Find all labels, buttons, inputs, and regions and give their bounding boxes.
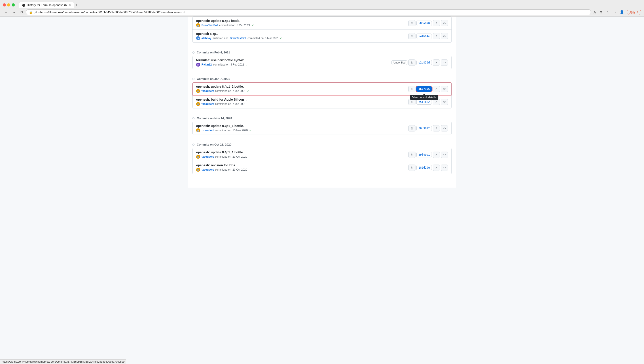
commit-author-link[interactable]: Rylan12 bbox=[202, 63, 212, 66]
commit-sha-link[interactable]: 30c3822 bbox=[416, 126, 432, 131]
view-code-button[interactable]: <> bbox=[441, 86, 448, 92]
commit-meta: 🤖 fxcoudert committed on 23 Oct 2020 bbox=[196, 155, 406, 159]
timeline-dot bbox=[192, 117, 194, 120]
view-code-button[interactable]: <> bbox=[441, 60, 448, 66]
refresh-button[interactable]: ↻ bbox=[19, 10, 24, 15]
copy-sha-button[interactable]: ⎘ bbox=[408, 152, 416, 158]
browse-repo-button[interactable]: ↗ bbox=[433, 164, 440, 171]
commit-committed-label: committed on bbox=[215, 129, 231, 132]
copy-sha-button[interactable]: ⎘ bbox=[408, 33, 416, 39]
update-button[interactable]: 更新 ！ bbox=[627, 10, 641, 15]
commit-actions: ⎘ 186d2de ↗ <> bbox=[408, 164, 448, 171]
commit-sha-link[interactable]: 3677355 bbox=[416, 86, 432, 92]
browse-repo-button[interactable]: ↗ bbox=[433, 60, 440, 66]
commit-author-link[interactable]: fxcoudert bbox=[202, 129, 214, 132]
commits-box-oct-2020: openssh: update 8.4p1_1 bottle. 🤖 fxcoud… bbox=[192, 148, 452, 174]
view-code-button[interactable]: <> bbox=[441, 33, 448, 39]
commit-date: 15 Nov 2020 bbox=[232, 129, 248, 132]
view-code-button[interactable]: <> bbox=[441, 125, 448, 132]
commit-sha-link[interactable]: 541b64e bbox=[416, 34, 432, 39]
browse-repo-button[interactable]: ↗ bbox=[433, 86, 440, 92]
back-button[interactable]: ← bbox=[3, 10, 9, 15]
commit-group-oct-2020: Commits on Oct 23, 2020 openssh: update … bbox=[192, 139, 452, 174]
commit-sha-link[interactable]: f511b82 bbox=[416, 99, 432, 105]
commit-sha-link[interactable]: 39f40a1 bbox=[416, 152, 432, 158]
commit-sha-link[interactable]: e2c833d bbox=[416, 60, 432, 65]
group-header-oct-2020: Commits on Oct 23, 2020 bbox=[192, 139, 452, 148]
table-row: openssh: revision for ldns 🤖 fxcoudert c… bbox=[192, 161, 452, 174]
table-row: openssh: build for Apple Silicon … 🤖 fxc… bbox=[192, 96, 452, 108]
tab-close-button[interactable]: ✕ bbox=[69, 4, 71, 6]
forward-button[interactable]: → bbox=[11, 10, 17, 15]
commit-title: openssh: update 8.5p1 bottle. bbox=[196, 19, 406, 22]
view-code-button[interactable]: <> bbox=[441, 152, 448, 158]
commit-actions: ⎘ 30c3822 ↗ <> bbox=[408, 125, 448, 132]
new-tab-button[interactable]: + bbox=[75, 3, 78, 8]
commit-date: 4 Feb 2021 bbox=[230, 63, 244, 66]
commit-author-link[interactable]: fxcoudert bbox=[202, 155, 214, 158]
commit-title-link[interactable]: openssh: build for Apple Silicon bbox=[196, 98, 244, 101]
view-code-button[interactable]: <> bbox=[441, 20, 448, 26]
close-window-button[interactable] bbox=[3, 3, 6, 6]
commit-committed-label: committed on bbox=[213, 63, 229, 66]
copy-sha-button[interactable]: ⎘ bbox=[408, 86, 416, 92]
commit-title-link[interactable]: openssh: update 8.4p1_1 bottle. bbox=[196, 150, 244, 154]
copy-sha-button[interactable]: ⎘ bbox=[408, 20, 416, 26]
commit-sha-link[interactable]: 586a870 bbox=[416, 20, 432, 26]
active-tab[interactable]: ⬤ History for Formula/openssh.rb ✕ bbox=[19, 2, 74, 8]
maximize-window-button[interactable] bbox=[12, 3, 15, 6]
view-code-button[interactable]: <> bbox=[441, 164, 448, 171]
copy-sha-button[interactable]: ⎘ bbox=[408, 125, 416, 132]
profile-button[interactable]: 👤 bbox=[619, 10, 625, 15]
group-header-jan-2021: Commits on Jan 7, 2021 bbox=[192, 74, 452, 82]
sidebar-button[interactable]: ▭ bbox=[612, 10, 617, 15]
commit-date: 7 Jan 2021 bbox=[232, 102, 246, 106]
copy-sha-button[interactable]: ⎘ bbox=[408, 60, 416, 66]
tooltip-container: 3677355 View commit details bbox=[416, 86, 432, 92]
nav-bar: ← → ↻ 🔒 github.com/Homebrew/homebrew-cor… bbox=[0, 8, 644, 16]
commit-title-link[interactable]: openssh: revision for ldns bbox=[196, 164, 235, 167]
translate-button[interactable]: A̧ bbox=[592, 10, 597, 15]
browse-repo-button[interactable]: ↗ bbox=[433, 125, 440, 132]
commit-sha-link[interactable]: 186d2de bbox=[416, 165, 432, 170]
address-bar[interactable]: 🔒 github.com/Homebrew/homebrew-core/comm… bbox=[26, 10, 591, 15]
commit-title-link[interactable]: formulae: use new bottle syntax bbox=[196, 58, 244, 62]
commit-title-link[interactable]: openssh: update 8.4p1_1 bottle. bbox=[196, 124, 244, 128]
commit-meta: 🤖 BrewTestBot committed on 3 Mar 2021 ✓ bbox=[196, 23, 406, 27]
copy-sha-button[interactable]: ⎘ bbox=[408, 99, 416, 105]
browse-repo-button[interactable]: ↗ bbox=[433, 20, 440, 26]
commit-info: openssh: update 8.4p1_1 bottle. 🤖 fxcoud… bbox=[196, 124, 406, 132]
commit-group-nov-2020: Commits on Nov 14, 2020 openssh: update … bbox=[192, 113, 452, 135]
verified-check-icon: ✓ bbox=[280, 37, 282, 40]
commit-title-link[interactable]: openssh: update 8.4p1_2 bottle. bbox=[196, 85, 244, 88]
copy-sha-button[interactable]: ⎘ bbox=[408, 164, 416, 171]
timeline-dot bbox=[192, 52, 194, 54]
commit-author-link[interactable]: fxcoudert bbox=[202, 168, 214, 171]
commit-title: openssh: update 8.4p1_1 bottle. bbox=[196, 124, 406, 128]
browse-repo-button[interactable]: ↗ bbox=[433, 152, 440, 158]
commit-author-link[interactable]: BrewTestBot bbox=[202, 24, 218, 27]
commit-info: openssh: update 8.5p1 bottle. 🤖 BrewTest… bbox=[196, 19, 406, 27]
commit-author-link[interactable]: fxcoudert bbox=[202, 102, 214, 106]
browse-repo-button[interactable]: ↗ bbox=[433, 99, 440, 105]
commit-committer-link[interactable]: BrewTestBot bbox=[230, 37, 246, 40]
share-button[interactable]: ⬆ bbox=[598, 10, 603, 15]
avatar: 🤖 bbox=[196, 102, 200, 106]
commit-author-link[interactable]: fxcoudert bbox=[202, 90, 214, 92]
tab-title: History for Formula/openssh.rb bbox=[27, 3, 67, 7]
commit-title-link[interactable]: openssh: update 8.5p1 bottle. bbox=[196, 19, 240, 22]
bookmark-button[interactable]: ☆ bbox=[605, 10, 610, 15]
verified-check-icon: ✓ bbox=[249, 129, 252, 132]
commit-title: openssh: update 8.4p1_2 bottle. bbox=[196, 85, 406, 88]
browse-repo-button[interactable]: ↗ bbox=[433, 33, 440, 39]
avatar: 🤖 bbox=[196, 89, 200, 93]
avatar: 🤖 bbox=[196, 168, 200, 172]
table-row: formulae: use new bottle syntax R Rylan1… bbox=[192, 56, 452, 69]
view-code-button[interactable]: <> bbox=[441, 99, 448, 105]
minimize-window-button[interactable] bbox=[7, 3, 10, 6]
commit-date: 23 Oct 2020 bbox=[232, 168, 247, 171]
unverified-badge[interactable]: Unverified bbox=[391, 60, 408, 65]
commit-author-link[interactable]: alebcay bbox=[202, 37, 211, 40]
commit-title-link[interactable]: openssh 8.5p1 bbox=[196, 32, 218, 36]
commits-box-feb-2021: formulae: use new bottle syntax R Rylan1… bbox=[192, 56, 452, 69]
